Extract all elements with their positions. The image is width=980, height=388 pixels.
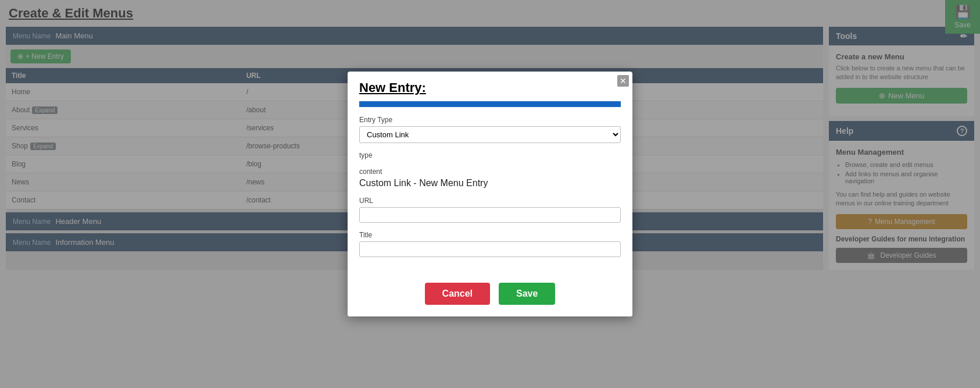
title-input[interactable] [359,241,621,257]
modal-close-button[interactable]: ✕ [617,75,629,87]
cancel-button[interactable]: Cancel [425,283,490,305]
url-group: URL [359,197,621,223]
modal-body: Entry Type Custom Link Page Category Pos… [348,107,632,274]
modal-footer: Cancel Save [348,274,632,316]
url-label: URL [359,197,621,205]
modal-dialog: ✕ New Entry: Entry Type Custom Link Page… [348,72,632,316]
type-label: type [359,151,621,159]
save-button[interactable]: Save [499,283,555,305]
modal-title: New Entry: [348,72,632,98]
modal-overlay: ✕ New Entry: Entry Type Custom Link Page… [0,0,980,388]
modal-blue-bar [359,101,621,107]
title-group: Title [359,231,621,257]
url-input[interactable] [359,207,621,223]
entry-type-label: Entry Type [359,116,621,124]
content-label: content [359,168,621,176]
type-group: type [359,151,621,159]
content-group: content Custom Link - New Menu Entry [359,168,621,188]
content-value: Custom Link - New Menu Entry [359,178,621,188]
entry-type-group: Entry Type Custom Link Page Category Pos… [359,116,621,143]
page-container: Create & Edit Menus 💾 Save Menu Name Mai… [0,0,980,388]
title-label: Title [359,231,621,239]
entry-type-select[interactable]: Custom Link Page Category Post [359,126,621,143]
